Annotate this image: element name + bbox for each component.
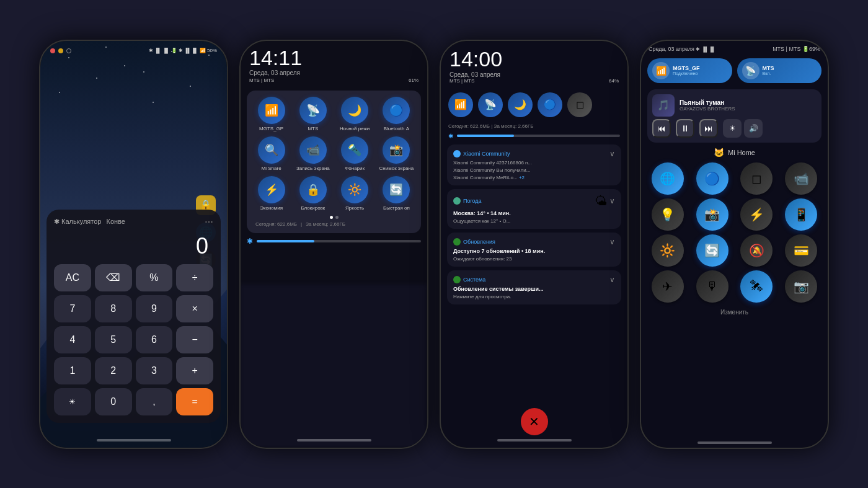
notif-weather-expand[interactable]: ∨ <box>609 197 615 205</box>
p3-tile-bt[interactable]: 🔵 <box>538 92 562 117</box>
p3-data-today: Сегодня: 622,6МБ <box>448 123 490 129</box>
music-card: 🎵 Пьяный туман GAYAZOVS BROTHERS ⏮ ⏸ ⏭ ☀… <box>647 89 822 143</box>
notif-header: Xiaomi Community ∨ <box>453 149 615 158</box>
notif-updates-sub: Ожидают обновления: 23 <box>453 256 615 262</box>
calc-display: 0 <box>54 231 213 264</box>
change-button[interactable]: Изменить <box>641 305 828 319</box>
p4-qs-btn-mic[interactable]: 🎙 <box>696 270 728 303</box>
qs-lock[interactable]: 🔒 Блокировк <box>294 176 331 211</box>
pause-button[interactable]: ⏸ <box>676 119 694 138</box>
brightness-slider[interactable] <box>257 240 421 242</box>
p4-qs-btn-camera[interactable]: 📸 <box>696 198 728 231</box>
calc-btn-backspace[interactable]: ⌫ <box>95 264 132 291</box>
p4-qs-btn-airplane[interactable]: ✈ <box>652 270 684 303</box>
p4-qs-btn-bright[interactable]: 🔆 <box>652 234 684 267</box>
wifi-btn-mts[interactable]: 📡 MTS Вкл. <box>737 58 822 83</box>
qs-screenrec[interactable]: 📹 Запись экрана <box>294 136 331 171</box>
p4-qs-btn-bt[interactable]: 🔵 <box>696 162 728 195</box>
calc-btn-3[interactable]: 3 <box>136 357 173 384</box>
calc-btn-6[interactable]: 6 <box>136 326 173 353</box>
calc-btn-0[interactable]: 0 <box>95 388 132 415</box>
notif-system-expand[interactable]: ∨ <box>609 275 615 284</box>
notif-updates-expand[interactable]: ∨ <box>609 237 615 246</box>
next-button[interactable]: ⏭ <box>699 119 718 138</box>
notif-system-label: Система <box>463 277 485 283</box>
p4-qs-btn-gps[interactable]: 🛰 <box>740 270 773 303</box>
qs-mobile[interactable]: 📡 MTS <box>294 97 331 131</box>
calc-btn-multiply[interactable]: × <box>176 295 213 322</box>
qs-mobile-label: MTS <box>308 126 318 131</box>
qs-nightmode-icon: 🌙 <box>341 97 368 124</box>
p4-qs-btn-mute[interactable]: 🔕 <box>740 234 773 267</box>
qs-brightness[interactable]: 🔆 Яркость <box>337 176 373 211</box>
calc-btn-dot[interactable]: , <box>136 388 173 415</box>
clear-notifications-btn[interactable]: ✕ <box>521 408 548 435</box>
brightness-btn[interactable]: ☀ <box>723 119 742 138</box>
calc-btn-1[interactable]: 1 <box>54 357 91 384</box>
notif-weather-label: Погода <box>463 198 482 204</box>
p3-tile-mobile[interactable]: 📡 <box>478 92 503 117</box>
p4-qs-btn-scan[interactable]: 📷 <box>785 270 817 303</box>
p4-qs-btn-phone[interactable]: 📱 <box>785 198 817 231</box>
background-blur <box>241 285 427 447</box>
notif-xiaomi[interactable]: Xiaomi Community ∨ Xiaomi Community 4237… <box>447 144 621 185</box>
p3-tile-wifi[interactable]: 📶 <box>448 92 473 117</box>
qs-flashlight[interactable]: 🔦 Фонарик <box>337 136 373 171</box>
notif-line2: Xiaomi Community Вы получили... <box>453 167 615 173</box>
qs-wifi[interactable]: 📶 MGTS_GP <box>253 97 290 131</box>
p3-brightness-bar[interactable] <box>457 135 620 137</box>
p4-qs-btn-battery[interactable]: ⚡ <box>740 198 773 231</box>
qs-mishare[interactable]: 🔍 Mi Share <box>253 136 290 171</box>
qs-lock-icon: 🔒 <box>299 176 327 203</box>
notif-weather[interactable]: Погода 🌤 ∨ Москва: 14° • 14 мин. Ощущает… <box>447 189 621 229</box>
notif-expand-icon[interactable]: ∨ <box>609 149 615 158</box>
p4-qs-btn-bulb[interactable]: 💡 <box>652 198 684 231</box>
p4-qs-btn-internet[interactable]: 🌐 <box>652 162 684 195</box>
p3-tile-display[interactable]: ◻ <box>567 92 592 117</box>
calc-btn-percent[interactable]: % <box>136 264 173 291</box>
qs-screenshot[interactable]: 📸 Снимок экрана <box>378 136 415 171</box>
calc-btn-divide[interactable]: ÷ <box>176 264 213 291</box>
data-month: За месяц: 2,66ГБ <box>306 221 345 227</box>
qs-bluetooth[interactable]: 🔵 Bluetooth А <box>378 97 415 131</box>
calc-menu-icon[interactable]: ⋯ <box>205 217 213 227</box>
music-artist: GAYAZOVS BROTHERS <box>680 106 817 112</box>
qs-nightmode[interactable]: 🌙 Ночной режи <box>337 97 373 131</box>
p2-battery: 61% <box>409 78 418 83</box>
notif-updates[interactable]: Обновления ∨ Доступно 7 обновлений • 18 … <box>447 233 621 267</box>
p3-brightness-fill <box>457 135 514 137</box>
p4-carrier-text: MTS | MTS <box>773 46 800 52</box>
calc-btn-equals[interactable]: = <box>176 388 213 415</box>
brightness-control[interactable]: ✱ <box>247 237 421 246</box>
p4-qs-btn-screenrec[interactable]: 📹 <box>785 162 817 195</box>
qs-dot-2 <box>335 216 339 219</box>
calc-btn-9[interactable]: 9 <box>136 295 173 322</box>
p4-qs-btn-pay[interactable]: 💳 <box>785 234 817 267</box>
calc-btn-5[interactable]: 5 <box>95 326 132 353</box>
calc-btn-ac[interactable]: AC <box>54 264 91 291</box>
calc-btn-2[interactable]: 2 <box>95 357 132 384</box>
notif-weather-app: Погода <box>453 197 482 205</box>
music-title: Пьяный туман <box>680 99 817 106</box>
qs-brightness-icon: 🔆 <box>341 176 368 203</box>
p2-header: 14:11 Среда, 03 апреля MTS | MTS 61% <box>241 41 427 87</box>
calc-btn-plus[interactable]: + <box>176 357 213 384</box>
calc-btn-4[interactable]: 4 <box>54 326 91 353</box>
notif-system[interactable]: Система ∨ Обновление системы заверши... … <box>447 270 621 304</box>
p4-qs-btn-nfc[interactable]: ◻ <box>740 162 773 195</box>
calc-btn-7[interactable]: 7 <box>54 295 91 322</box>
wifi-btn-mgts[interactable]: 📶 MGTS_GF Подключено <box>647 58 732 83</box>
calc-btn-theme[interactable]: ☀ <box>54 388 91 415</box>
prev-button[interactable]: ⏮ <box>652 119 671 138</box>
calc-btn-8[interactable]: 8 <box>95 295 132 322</box>
p3-time: 14:00 <box>450 47 619 71</box>
volume-btn[interactable]: 🔊 <box>744 119 763 138</box>
qs-battery-saver[interactable]: ⚡ Экономия <box>253 176 290 211</box>
p3-tile-night[interactable]: 🌙 <box>508 92 533 117</box>
p4-date-text: Среда, 03 апреля <box>649 46 694 52</box>
qs-quick-op[interactable]: 🔄 Быстрая оп <box>378 176 415 211</box>
p3-brightness[interactable]: ✱ <box>441 130 627 142</box>
notif-updates-app: Обновления <box>453 238 495 246</box>
p4-qs-btn-sync[interactable]: 🔄 <box>696 234 728 267</box>
calc-btn-minus[interactable]: − <box>176 326 213 353</box>
